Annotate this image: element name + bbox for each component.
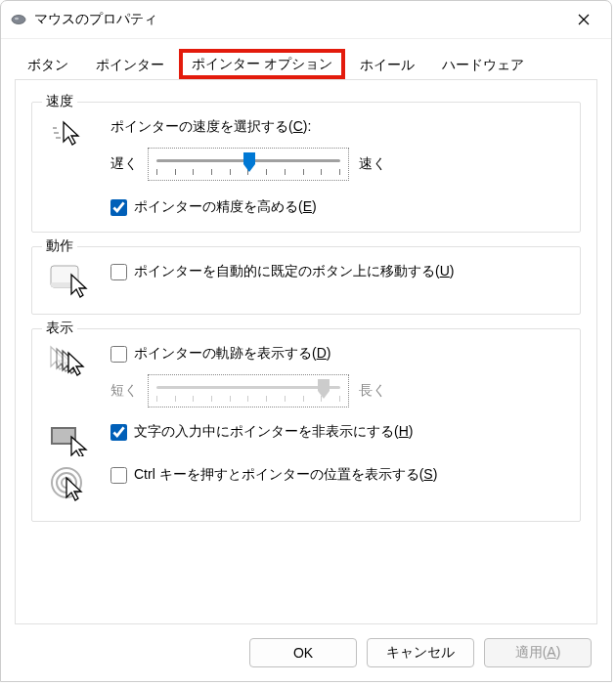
snap-to-option[interactable]: ポインターを自動的に既定のボタン上に移動する(U) [110,263,568,280]
ok-button[interactable]: OK [249,638,357,667]
mouse-icon [11,14,26,25]
window-title: マウスのプロパティ [34,11,562,28]
svg-point-1 [15,18,19,21]
pointer-speed-icon [44,118,97,150]
pointer-speed-slider[interactable] [148,148,349,181]
tab-buttons[interactable]: ボタン [15,50,81,79]
tab-pointer[interactable]: ポインター [83,50,177,79]
hide-pointer-option[interactable]: 文字の入力中にポインターを非表示にする(H) [110,423,568,441]
enhance-precision-checkbox[interactable] [110,199,127,216]
snap-to-icon [44,263,97,298]
pointer-trails-label: ポインターの軌跡を表示する(D) [134,345,330,363]
pointer-speed-label: ポインターの速度を選択する(C): [110,118,568,136]
enhance-precision-option[interactable]: ポインターの精度を高める(E) [110,198,568,216]
slider-fast-label: 速く [359,155,386,173]
ctrl-locate-option[interactable]: Ctrl キーを押すとポインターの位置を表示する(S) [110,466,568,484]
snap-to-checkbox[interactable] [110,264,127,280]
cancel-button[interactable]: キャンセル [367,638,474,667]
pointer-trails-checkbox[interactable] [110,346,127,363]
trail-length-slider [148,374,349,407]
trail-slider-short-label: 短く [110,382,138,400]
hide-pointer-label: 文字の入力中にポインターを非表示にする(H) [134,423,413,441]
trail-slider-long-label: 長く [359,382,386,400]
pointer-trails-icon [44,345,97,378]
tab-strip: ボタン ポインター ポインター オプション ホイール ハードウェア [1,39,611,79]
ctrl-locate-icon [44,466,97,505]
groupbox-speed: 速度 ポインターの速度を選択する(C): 遅く [31,102,581,233]
pointer-trails-option[interactable]: ポインターの軌跡を表示する(D) [110,345,568,363]
groupbox-display-legend: 表示 [42,320,77,337]
svg-point-0 [12,16,25,24]
titlebar: マウスのプロパティ [1,1,611,39]
tab-wheel[interactable]: ホイール [347,50,427,79]
hide-pointer-checkbox[interactable] [110,424,127,441]
groupbox-speed-legend: 速度 [42,93,77,110]
close-icon [578,14,590,25]
mouse-properties-window: マウスのプロパティ ボタン ポインター ポインター オプション ホイール ハード… [0,0,612,682]
groupbox-display: 表示 ポインターの軌跡を表示する(D) 短 [31,328,581,522]
ctrl-locate-checkbox[interactable] [110,467,127,484]
tab-page-pointer-options: 速度 ポインターの速度を選択する(C): 遅く [15,79,597,624]
apply-button[interactable]: 適用(A) [484,638,592,667]
groupbox-motion: 動作 ポインターを自動的に既定のボタン上に移動する(U) [31,246,581,315]
tab-pointer-options[interactable]: ポインター オプション [179,49,345,79]
groupbox-motion-legend: 動作 [42,237,77,255]
slider-slow-label: 遅く [110,155,138,173]
enhance-precision-label: ポインターの精度を高める(E) [134,198,317,216]
snap-to-label: ポインターを自動的に既定のボタン上に移動する(U) [134,263,454,280]
hide-pointer-icon [44,423,97,456]
close-button[interactable] [562,4,605,35]
dialog-buttons: OK キャンセル 適用(A) [1,624,611,681]
tab-hardware[interactable]: ハードウェア [429,50,537,79]
ctrl-locate-label: Ctrl キーを押すとポインターの位置を表示する(S) [134,466,437,484]
